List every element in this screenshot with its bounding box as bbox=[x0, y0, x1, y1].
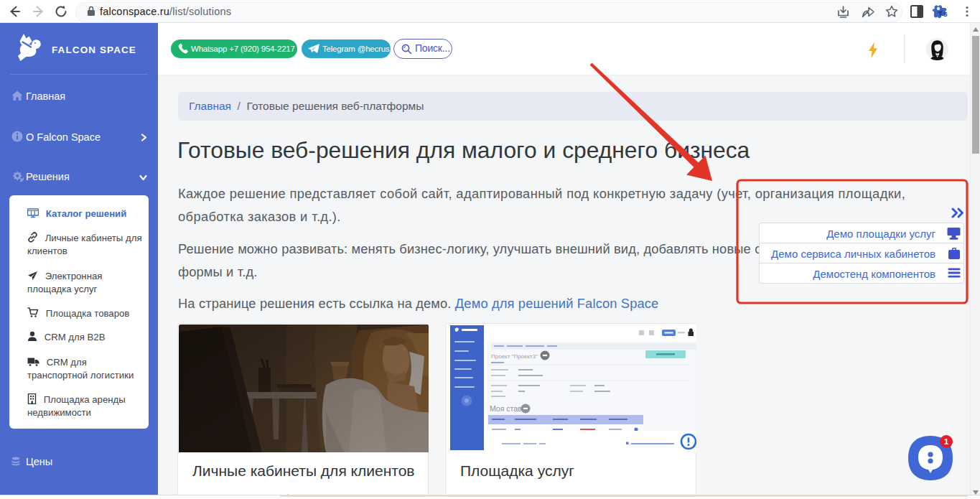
svg-text:FS: FS bbox=[939, 11, 948, 18]
svg-text:1: 1 bbox=[944, 437, 948, 446]
svg-text:Проект "Проект3": Проект "Проект3" bbox=[491, 353, 538, 360]
